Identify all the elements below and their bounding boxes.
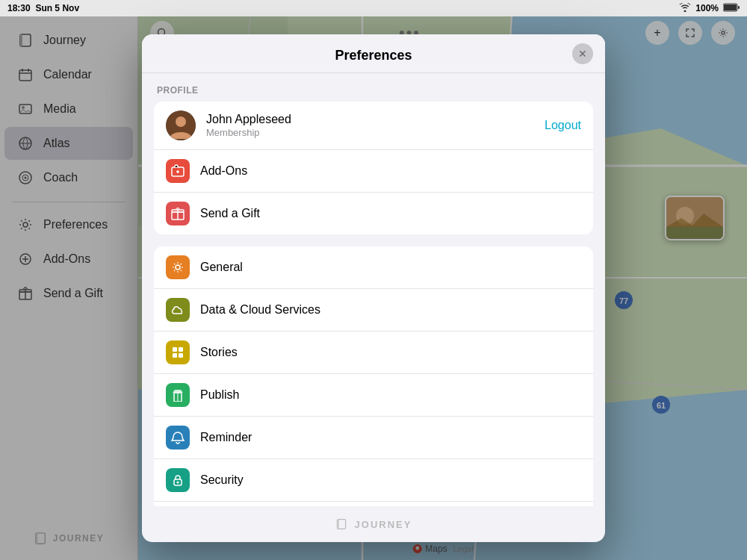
sendgift-pref-item[interactable]: Send a Gift xyxy=(154,193,593,234)
svg-point-44 xyxy=(176,116,186,127)
sendgift-pref-text: Send a Gift xyxy=(200,207,581,220)
modal-title: Preferences xyxy=(335,48,412,63)
wifi-icon xyxy=(679,3,691,14)
user-name: John Appleseed xyxy=(206,113,545,126)
battery-label: 100% xyxy=(695,3,719,13)
preferences-modal: Preferences ✕ PROFILE xyxy=(142,34,605,542)
general-pref-label: General xyxy=(200,261,243,274)
stories-pref-label: Stories xyxy=(200,346,238,359)
security-pref-item[interactable]: Security xyxy=(154,459,593,502)
publish-pref-item[interactable]: Publish xyxy=(154,374,593,417)
status-bar: 18:30 Sun 5 Nov 100% xyxy=(0,0,747,16)
svg-rect-67 xyxy=(337,520,338,529)
reminder-pref-icon xyxy=(166,426,190,449)
addons-pref-text: Add-Ons xyxy=(200,164,581,178)
publish-pref-label: Publish xyxy=(200,388,239,402)
datacloud-pref-item[interactable]: Data & Cloud Services xyxy=(154,289,593,332)
datacloud-pref-icon xyxy=(166,298,190,322)
modal-close-button[interactable]: ✕ xyxy=(572,43,593,64)
svg-rect-51 xyxy=(179,347,183,352)
general-pref-icon xyxy=(166,255,190,279)
user-profile-item[interactable]: John Appleseed Membership Logout xyxy=(154,102,593,150)
publish-pref-icon xyxy=(166,383,190,407)
addons-pref-item[interactable]: Add-Ons xyxy=(154,150,593,193)
battery-icon xyxy=(723,3,740,14)
user-avatar xyxy=(166,111,196,140)
svg-point-49 xyxy=(176,265,180,270)
svg-point-57 xyxy=(177,482,179,484)
profile-section-card: John Appleseed Membership Logout Add-Ons xyxy=(154,102,593,234)
svg-rect-1 xyxy=(724,4,737,10)
security-pref-icon xyxy=(166,468,190,492)
modal-header: Preferences ✕ xyxy=(142,34,605,73)
svg-rect-2 xyxy=(738,6,740,9)
svg-rect-53 xyxy=(179,353,183,358)
modal-footer-label: JOURNEY xyxy=(355,519,412,530)
stories-pref-item[interactable]: Stories xyxy=(154,332,593,374)
modal-overlay: Preferences ✕ PROFILE xyxy=(0,16,747,560)
profile-section-label: PROFILE xyxy=(154,85,593,96)
close-icon: ✕ xyxy=(578,48,587,60)
reminder-pref-label: Reminder xyxy=(200,431,252,444)
addons-pref-icon xyxy=(166,159,190,183)
security-pref-label: Security xyxy=(200,473,244,487)
svg-rect-50 xyxy=(173,347,177,352)
stories-pref-icon xyxy=(166,340,190,364)
addons-pref-label: Add-Ons xyxy=(200,164,581,178)
datacloud-pref-label: Data & Cloud Services xyxy=(200,303,320,317)
logout-button[interactable]: Logout xyxy=(545,119,581,132)
status-time: 18:30 Sun 5 Nov xyxy=(7,3,79,13)
modal-footer-icon xyxy=(335,518,347,530)
sendgift-pref-label: Send a Gift xyxy=(200,207,581,220)
modal-body: PROFILE John Appleseed Membership xyxy=(142,73,605,506)
modal-footer: JOURNEY xyxy=(142,506,605,542)
general-pref-item[interactable]: General xyxy=(154,246,593,289)
status-indicators: 100% xyxy=(679,3,740,14)
svg-rect-52 xyxy=(173,353,177,358)
user-membership: Membership xyxy=(206,127,545,138)
reminder-pref-item[interactable]: Reminder xyxy=(154,417,593,459)
settings-section-card: General Data & Cloud Services Stories xyxy=(154,246,593,506)
sendgift-pref-icon xyxy=(166,202,190,225)
user-info: John Appleseed Membership xyxy=(206,113,545,138)
